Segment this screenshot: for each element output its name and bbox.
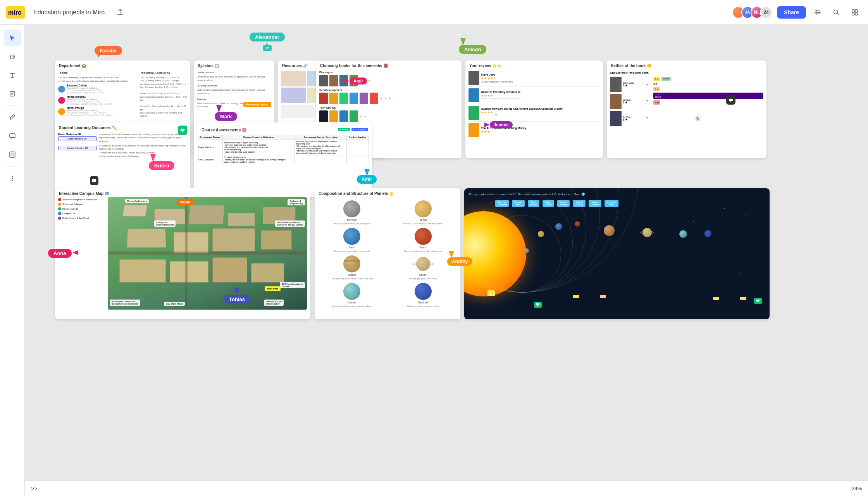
badge-progress: ● In progress — [351, 128, 368, 131]
card-planets: Composition and Structure of Planets 🌟 M… — [315, 188, 460, 319]
map-label-alumni: Dahul Family AlumniCenter in the BU Cast… — [275, 220, 305, 227]
syllabus-title: Syllabus 📋 — [194, 60, 274, 69]
svg-marker-19 — [216, 105, 222, 113]
your-review-title: Your review ⭐⭐ — [465, 60, 603, 69]
card-student-outcomes: Student Learning Outcomes ✏️ Digital Mar… — [55, 122, 190, 197]
settings-icon-button[interactable] — [811, 5, 825, 19]
planet-mercury: Mercury Rocky, cratered surface, no atmo… — [318, 200, 386, 225]
member-1: Benjamin Collins Associate Professor of … — [58, 84, 136, 94]
planet-neptune: Neptune Windy ice giant, supersonic wind… — [389, 283, 457, 307]
avatar-count: 24 — [760, 6, 772, 19]
miro-logo[interactable]: miro — [6, 6, 25, 19]
sticky-yellow-3 — [740, 297, 746, 300]
planet-uranus: Uranus Ice giant, tilted axis, methane a… — [318, 283, 386, 307]
col-format: Assessment Format / Description — [294, 135, 346, 140]
cursor-andrey: Andrey — [447, 257, 472, 266]
department-title: Department 🏫 — [55, 60, 190, 69]
table-row: Digital Marketing Identify and explain d… — [197, 140, 369, 155]
solar-earth — [555, 223, 562, 230]
solar-mercury — [524, 248, 529, 253]
project-title-button[interactable]: Education projects in Miro — [29, 7, 108, 18]
cursor-anna: Anna — [48, 249, 72, 258]
svg-marker-23 — [344, 79, 350, 83]
planet-mars: Mars Red iron oxide surface, thin atmosp… — [389, 228, 457, 252]
comment-bubble — [726, 95, 735, 105]
svg-marker-26 — [449, 251, 454, 258]
topbar-right: JA ML 24 Share — [732, 5, 862, 19]
card-campus-map: Interactive Campus Map 🗺️ Academic Progr… — [55, 188, 310, 319]
svg-rect-9 — [855, 13, 858, 15]
cursor-amir-solar: Amir — [357, 175, 377, 184]
assessments-table: Assessment Timing Measured Learning Obje… — [194, 135, 372, 167]
svg-marker-21 — [72, 250, 78, 255]
card-course-assessments: Course Assessments 🎯 ● Ready ● In progre… — [194, 122, 372, 197]
map-label-tsa: TSA1 rephromanceCenter — [280, 282, 305, 288]
black-comment — [90, 176, 98, 185]
hand-tool[interactable] — [4, 48, 21, 65]
map-label-baystate: Bay State Road — [164, 302, 185, 306]
note-tool[interactable] — [4, 85, 21, 102]
svg-point-14 — [12, 178, 13, 179]
more-tools[interactable] — [4, 170, 21, 187]
map-label-morse: Morse Auditorium — [125, 199, 149, 203]
canvas[interactable]: Natalie Alexander Allison Mark Brittni A… — [25, 25, 868, 480]
svg-rect-8 — [852, 13, 854, 15]
frame-tool[interactable] — [4, 146, 21, 163]
select-tool[interactable] — [4, 29, 21, 46]
svg-point-2 — [816, 10, 817, 11]
col-handout: Student Handout — [346, 135, 369, 140]
comment-tool[interactable] — [4, 127, 21, 145]
cursor-label-natalie: Natalie — [95, 46, 122, 55]
category-tech-startup: Tech Startup — [319, 107, 458, 109]
battles-title: Battles of the book 👊 — [607, 60, 766, 69]
planet-jupiter: Jupiter Gas giant with storm bands, Grea… — [318, 255, 386, 280]
course-assessments-title: Course Assessments 🎯 — [198, 125, 250, 134]
upload-button[interactable] — [113, 5, 127, 19]
campus-3d-map: Morse Auditorium College ofCommunication… — [108, 197, 307, 310]
team-members: Benjamin Collins Associate Professor of … — [58, 84, 136, 116]
sticky-yellow-1 — [573, 295, 579, 298]
department-content: Teams The Miro Marketing Program aims to… — [55, 69, 190, 119]
ta-section: Teaching Assistants Tut: Tom Young Teach… — [140, 71, 187, 117]
bottom-bar: >> 24% — [25, 480, 868, 496]
search-icon-button[interactable] — [829, 5, 843, 19]
svg-marker-24 — [364, 169, 370, 176]
pen-tool[interactable] — [4, 109, 21, 126]
svg-point-3 — [818, 12, 820, 13]
svg-marker-25 — [484, 122, 490, 127]
svg-marker-20 — [150, 154, 156, 162]
map-label-integrated: Kliachland Center forIntegrated Life Sci… — [110, 300, 140, 306]
share-button[interactable]: Share — [777, 6, 806, 19]
svg-rect-6 — [852, 10, 854, 12]
svg-point-5 — [834, 10, 838, 14]
solar-saturn — [642, 228, 652, 237]
svg-rect-12 — [10, 152, 15, 157]
text-tool[interactable] — [4, 67, 21, 84]
cursor-allison: Allison — [459, 45, 486, 54]
member-2: Teresa Marquez Associate Professor of Ma… — [58, 95, 136, 105]
campus-map-title: Interactive Campus Map 🗺️ — [55, 188, 310, 197]
card-your-review: Your review ⭐⭐ Steve Jobs ★★★★★ Excellen… — [465, 60, 603, 158]
badge-ready: ● Ready — [338, 128, 350, 131]
sticky-orange-1 — [600, 295, 606, 298]
cursor-tobias: Tobias — [224, 295, 250, 304]
expand-button[interactable]: >> — [31, 486, 37, 492]
grid-icon-button[interactable] — [848, 5, 862, 19]
student-outcomes-title: Student Learning Outcomes ✏️ — [55, 122, 190, 131]
cursor-mark: Mark — [215, 112, 237, 121]
planets-grid: Mercury Rocky, cratered surface, no atmo… — [315, 197, 460, 310]
solar-jupiter — [604, 225, 615, 236]
solar-venus — [538, 231, 544, 237]
general-program-tag: General program — [243, 102, 271, 107]
col-objectives: Measured Learning Objectives — [222, 135, 294, 140]
svg-point-4 — [816, 13, 817, 14]
comment-solar-right — [754, 298, 762, 304]
cursor-joanna: Joanna — [490, 121, 513, 128]
card-battles: Battles of the book 👊 Choose your favour… — [607, 60, 766, 158]
sticky-solar-1: 📝 — [487, 290, 495, 296]
green-comment — [178, 126, 187, 135]
member-3: Trevor Phillips Associate Professor of M… — [58, 107, 136, 116]
topbar: miro Education projects in Miro JA ML 24… — [0, 0, 868, 25]
solar-uranus — [679, 230, 687, 238]
yellow-sticky: clear front — [265, 286, 281, 291]
